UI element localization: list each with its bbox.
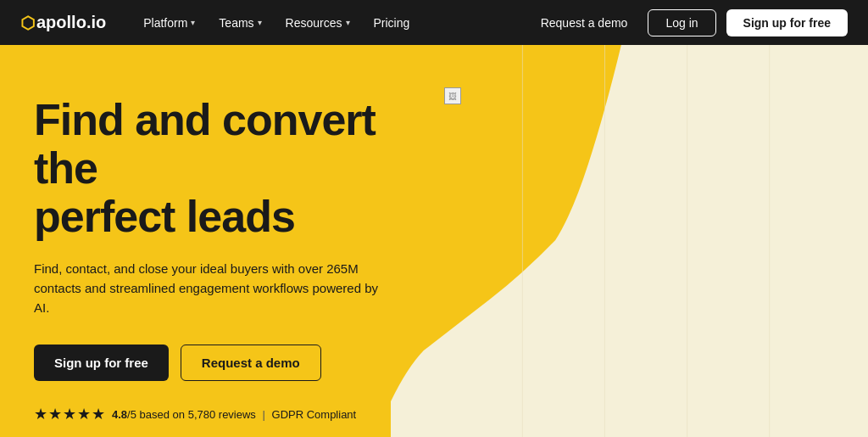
star-rating: ★ ★ ★ ★ ★ (34, 405, 105, 423)
hero-demo-button[interactable]: Request a demo (181, 345, 321, 381)
request-demo-link[interactable]: Request a demo (531, 11, 638, 35)
logo[interactable]: ⬡ apollo.io (20, 13, 106, 33)
nav-resources[interactable]: Resources ▾ (275, 11, 360, 35)
signup-button[interactable]: Sign up for free (726, 9, 848, 36)
hero-section: 🖼 Find and convert the perfect leads Fin… (0, 45, 868, 437)
rating-row: ★ ★ ★ ★ ★ 4.8/5 based on 5,780 reviews |… (34, 405, 441, 423)
logo-text: apollo.io (36, 13, 106, 32)
rating-text: 4.8/5 based on 5,780 reviews | GDPR Comp… (112, 408, 356, 421)
broken-image-icon: 🖼 (444, 87, 461, 104)
navbar: ⬡ apollo.io Platform ▾ Teams ▾ Resources… (0, 0, 868, 45)
hero-subtitle: Find, contact, and close your ideal buye… (34, 259, 390, 318)
hero-buttons: Sign up for free Request a demo (34, 345, 441, 381)
nav-right: Request a demo Log in Sign up for free (531, 9, 848, 36)
rating-divider: | (263, 408, 265, 421)
nav-teams[interactable]: Teams ▾ (209, 11, 271, 35)
chevron-down-icon: ▾ (258, 18, 262, 27)
login-button[interactable]: Log in (648, 9, 715, 36)
star-4: ★ (77, 405, 91, 423)
hero-content: Find and convert the perfect leads Find,… (34, 96, 441, 423)
chevron-down-icon: ▾ (346, 18, 350, 27)
hero-title: Find and convert the perfect leads (34, 96, 441, 242)
logo-icon: ⬡ (20, 13, 35, 33)
star-1: ★ (34, 405, 47, 423)
star-3: ★ (63, 405, 76, 423)
chevron-down-icon: ▾ (191, 18, 195, 27)
star-2: ★ (48, 405, 62, 423)
hero-signup-button[interactable]: Sign up for free (34, 345, 169, 381)
nav-platform[interactable]: Platform ▾ (133, 11, 205, 35)
nav-pricing[interactable]: Pricing (364, 11, 420, 35)
hero-image: 🖼 (444, 87, 800, 325)
nav-links: Platform ▾ Teams ▾ Resources ▾ Pricing (133, 11, 530, 35)
star-5: ★ (92, 405, 105, 423)
